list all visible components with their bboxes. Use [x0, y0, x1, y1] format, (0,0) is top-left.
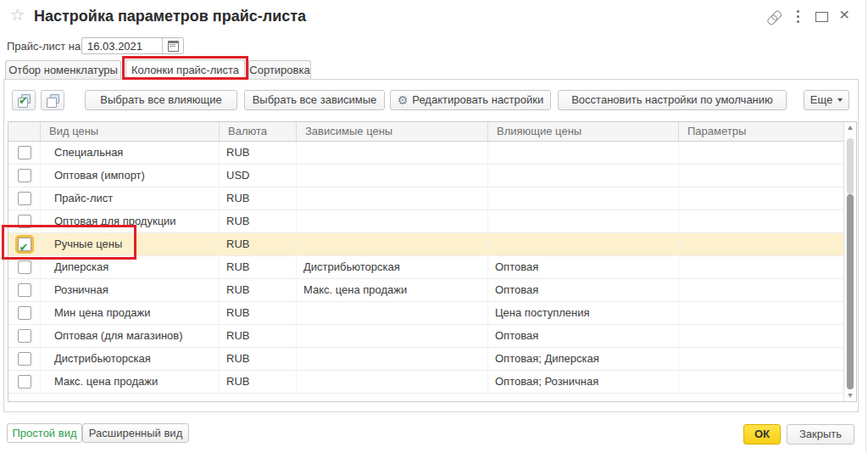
cell-params — [679, 142, 856, 164]
cell-influencing-prices: Оптовая — [488, 256, 679, 278]
maximize-icon[interactable] — [815, 12, 828, 22]
cell-params — [679, 325, 856, 347]
row-flag-cell — [8, 325, 41, 347]
select-all-influencing-button[interactable]: Выбрать все влияющие — [85, 90, 237, 110]
cell-influencing-prices — [488, 233, 679, 255]
row-checkbox[interactable] — [18, 169, 31, 182]
tab-sorting[interactable]: Сортировка — [248, 60, 311, 79]
cell-currency: USD — [220, 165, 297, 187]
cell-influencing-prices — [488, 210, 679, 232]
cell-params — [679, 256, 856, 278]
kebab-menu-icon[interactable] — [797, 10, 800, 25]
row-flag-cell — [8, 348, 41, 370]
cell-price-type: Мин цена продажи — [41, 302, 220, 324]
column-header-currency[interactable]: Валюта — [220, 122, 297, 141]
table-row[interactable]: Мин цена продажиRUBЦена поступления — [8, 302, 856, 325]
cell-price-type: Макс. цена продажи — [41, 371, 220, 393]
tab-item-filter[interactable]: Отбор номенклатуры — [5, 60, 121, 79]
row-checkbox[interactable] — [18, 215, 31, 228]
cell-params — [679, 279, 856, 301]
close-button[interactable]: Закрыть — [787, 424, 854, 445]
pricelist-date-label: Прайс-лист на: — [7, 40, 84, 53]
cell-dependent-prices — [297, 233, 488, 255]
row-flag-cell — [8, 233, 41, 255]
row-checkbox[interactable] — [18, 329, 31, 343]
simple-view-button[interactable]: Простой вид — [7, 423, 82, 443]
uncheck-all-button[interactable] — [41, 90, 64, 110]
row-flag-cell — [8, 256, 41, 278]
scroll-up-icon[interactable] — [848, 126, 853, 130]
select-all-dependent-button[interactable]: Выбрать все зависимые — [244, 90, 385, 110]
cell-currency: RUB — [220, 325, 297, 347]
table-row[interactable]: Макс. цена продажиRUBОптовая; Розничная — [8, 371, 856, 394]
table-row[interactable]: Оптовая (импорт)USD — [8, 165, 856, 187]
row-checkbox[interactable] — [18, 283, 31, 297]
more-button[interactable]: Еще — [804, 90, 849, 110]
cell-price-type: Дистрибьюторская — [41, 348, 220, 370]
row-flag-cell — [8, 371, 41, 393]
scroll-down-icon[interactable] — [848, 394, 853, 398]
cell-price-type: Розничная — [41, 279, 220, 301]
restore-defaults-button[interactable]: Восстановить настройки по умолчанию — [558, 90, 787, 110]
table-row[interactable]: РозничнаяRUBМакс. цена продажиОптовая — [8, 279, 856, 302]
cell-currency: RUB — [220, 210, 297, 232]
cell-params — [679, 348, 856, 370]
calendar-icon — [168, 41, 179, 52]
column-header-flag[interactable] — [8, 122, 41, 141]
cell-params — [679, 233, 856, 255]
pricelist-date-input[interactable]: 16.03.2021 — [81, 37, 184, 54]
table-row[interactable]: Оптовая (для магазинов)RUBОптовая — [8, 325, 856, 348]
cell-price-type: Прайс-лист — [41, 187, 220, 210]
row-checkbox[interactable] — [18, 375, 31, 389]
cell-influencing-prices — [488, 187, 679, 210]
table-row[interactable]: Ручные ценыRUB — [8, 233, 856, 256]
link-icon[interactable] — [763, 7, 784, 28]
table-row[interactable]: Оптовая для продукцииRUB — [8, 210, 856, 233]
row-flag-cell — [8, 302, 41, 324]
star-icon[interactable]: ☆ — [10, 7, 25, 24]
cell-price-type: Ручные цены — [41, 233, 220, 255]
cell-currency: RUB — [220, 233, 297, 255]
row-checkbox[interactable] — [18, 146, 31, 159]
cell-dependent-prices — [297, 165, 488, 187]
cell-dependent-prices — [297, 210, 488, 232]
check-all-icon: ✔ — [13, 91, 35, 109]
row-checkbox[interactable] — [18, 306, 31, 320]
column-header-params[interactable]: Параметры — [679, 122, 856, 141]
gear-icon: ⚙ — [398, 93, 409, 107]
column-header-dependent[interactable]: Зависимые цены — [297, 122, 488, 141]
row-checkbox[interactable] — [18, 352, 31, 366]
cell-influencing-prices: Оптовая; Диперская — [488, 348, 679, 370]
row-checkbox[interactable] — [18, 192, 31, 205]
cell-params — [679, 302, 856, 324]
cell-params — [679, 165, 856, 187]
close-icon[interactable]: × — [839, 4, 849, 25]
cell-dependent-prices — [297, 187, 488, 210]
scrollbar-thumb[interactable] — [847, 194, 854, 389]
cell-dependent-prices — [297, 371, 488, 393]
cell-currency: RUB — [220, 279, 297, 301]
tab-pricelist-columns[interactable]: Колонки прайс-листа — [125, 59, 245, 80]
copy-icon — [42, 91, 64, 109]
table-row[interactable]: Прайс-листRUB — [8, 187, 856, 210]
cell-price-type: Специальная — [41, 142, 220, 164]
table-row[interactable]: ДиперскаяRUBДистрибьюторскаяОптовая — [8, 256, 856, 279]
cell-influencing-prices — [488, 142, 679, 164]
table-row[interactable]: СпециальнаяRUB — [8, 142, 856, 165]
cell-dependent-prices: Макс. цена продажи — [297, 279, 488, 301]
table-header: Вид цены Валюта Зависимые цены Влияющие … — [8, 122, 856, 142]
cell-dependent-prices — [297, 348, 488, 370]
cell-dependent-prices: Дистрибьюторская — [297, 256, 488, 278]
ok-button[interactable]: ОК — [743, 424, 781, 445]
price-types-table: Вид цены Валюта Зависимые цены Влияющие … — [8, 121, 857, 402]
table-row[interactable]: ДистрибьюторскаяRUBОптовая; Диперская — [8, 348, 856, 371]
row-checkbox[interactable] — [18, 260, 31, 274]
extended-view-button[interactable]: Расширенный вид — [82, 423, 189, 443]
check-all-button[interactable]: ✔ — [12, 90, 36, 110]
calendar-button[interactable] — [162, 38, 183, 53]
column-header-influencing[interactable]: Влияющие цены — [488, 122, 679, 141]
edit-settings-button[interactable]: ⚙Редактировать настройки — [390, 90, 551, 110]
column-header-price-type[interactable]: Вид цены — [41, 122, 220, 141]
pricelist-settings-window: { "window": { "title": "Настройка параме… — [0, 0, 868, 453]
row-checkbox-checked[interactable] — [18, 238, 31, 251]
